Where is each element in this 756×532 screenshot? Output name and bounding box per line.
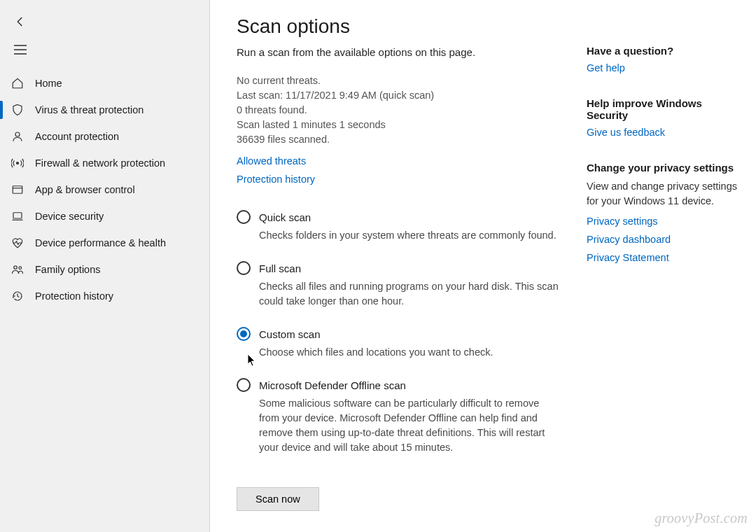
radio-desc: Checks folders in your system where thre… (259, 228, 560, 243)
history-icon (10, 288, 25, 304)
aside-question: Have a question? Get help (587, 45, 741, 74)
sidebar: Home Virus & threat protection Account p… (0, 0, 210, 532)
nav-label: Virus & threat protection (35, 104, 144, 115)
nav-item-home[interactable]: Home (0, 70, 209, 97)
aside-improve: Help improve Windows Security Give us fe… (587, 97, 741, 138)
nav-item-protection-history[interactable]: Protection history (0, 283, 209, 309)
heart-pulse-icon (10, 235, 25, 251)
nav-item-firewall[interactable]: Firewall & network protection (0, 150, 209, 176)
nav-label: Home (35, 78, 62, 89)
scan-now-button[interactable]: Scan now (237, 487, 319, 511)
nav-item-account[interactable]: Account protection (0, 123, 209, 150)
radio-offline-scan[interactable]: Microsoft Defender Offline scan (237, 378, 573, 392)
radio-label: Microsoft Defender Offline scan (259, 379, 406, 391)
radio-icon (237, 210, 251, 224)
person-icon (10, 129, 25, 144)
option-quick-scan: Quick scan Checks folders in your system… (237, 210, 573, 243)
svg-point-3 (15, 132, 20, 136)
radio-icon (237, 261, 251, 275)
antenna-icon (10, 155, 25, 171)
page-subtitle: Run a scan from the available options on… (237, 46, 573, 58)
scan-status: No current threats. Last scan: 11/17/202… (237, 74, 573, 147)
back-button[interactable] (6, 10, 35, 34)
status-threats-found: 0 threats found. (237, 103, 573, 118)
nav-item-device-performance[interactable]: Device performance & health (0, 230, 209, 256)
aside-column: Have a question? Get help Help improve W… (587, 15, 741, 532)
link-allowed-threats[interactable]: Allowed threats (237, 155, 573, 167)
sidebar-top (0, 6, 209, 69)
shield-icon (10, 102, 25, 118)
page-title: Scan options (237, 15, 573, 38)
laptop-icon (10, 209, 25, 224)
watermark: groovyPost.com (654, 510, 748, 526)
radio-label: Quick scan (259, 211, 311, 223)
option-offline-scan: Microsoft Defender Offline scan Some mal… (237, 378, 573, 455)
radio-icon (237, 378, 251, 392)
link-get-help[interactable]: Get help (587, 62, 741, 74)
nav-item-device-security[interactable]: Device security (0, 203, 209, 230)
radio-desc: Choose which files and locations you wan… (259, 345, 560, 360)
radio-quick-scan[interactable]: Quick scan (237, 210, 573, 224)
aside-privacy: Change your privacy settings View and ch… (587, 162, 741, 263)
svg-point-10 (19, 267, 22, 270)
aside-heading: Have a question? (587, 45, 741, 57)
link-protection-history[interactable]: Protection history (237, 174, 573, 185)
radio-icon (237, 327, 251, 341)
hamburger-icon (14, 45, 27, 55)
aside-heading: Change your privacy settings (587, 162, 741, 174)
nav-label: Family options (35, 264, 100, 275)
option-custom-scan: Custom scan Choose which files and locat… (237, 327, 573, 360)
radio-custom-scan[interactable]: Custom scan (237, 327, 573, 341)
hamburger-button[interactable] (6, 38, 35, 62)
link-give-feedback[interactable]: Give us feedback (587, 127, 741, 138)
app-window-icon (10, 182, 25, 197)
radio-full-scan[interactable]: Full scan (237, 261, 573, 275)
nav-label: Device performance & health (35, 237, 166, 248)
nav-item-virus-threat[interactable]: Virus & threat protection (0, 97, 209, 123)
scan-options-group: Quick scan Checks folders in your system… (237, 210, 573, 455)
nav-label: Firewall & network protection (35, 158, 165, 169)
status-files-scanned: 36639 files scanned. (237, 132, 573, 147)
content-column: Scan options Run a scan from the availab… (237, 15, 587, 532)
status-no-threats: No current threats. (237, 74, 573, 88)
svg-point-9 (14, 266, 18, 270)
radio-label: Full scan (259, 262, 301, 274)
svg-rect-5 (13, 186, 22, 194)
radio-desc: Checks all files and running programs on… (259, 279, 560, 309)
nav-item-family[interactable]: Family options (0, 256, 209, 283)
nav-label: Account protection (35, 131, 119, 142)
main: Scan options Run a scan from the availab… (210, 0, 756, 532)
radio-label: Custom scan (259, 328, 321, 340)
svg-rect-7 (13, 213, 22, 218)
link-privacy-settings[interactable]: Privacy settings (587, 216, 741, 227)
home-icon (10, 76, 25, 91)
radio-desc: Some malicious software can be particula… (259, 396, 560, 455)
link-privacy-dashboard[interactable]: Privacy dashboard (587, 234, 741, 245)
aside-heading: Help improve Windows Security (587, 97, 741, 121)
nav-label: App & browser control (35, 184, 135, 195)
aside-privacy-text: View and change privacy settings for you… (587, 179, 741, 209)
link-privacy-statement[interactable]: Privacy Statement (587, 252, 741, 263)
status-duration: Scan lasted 1 minutes 1 seconds (237, 118, 573, 132)
nav-label: Protection history (35, 290, 113, 302)
status-last-scan: Last scan: 11/17/2021 9:49 AM (quick sca… (237, 88, 573, 103)
family-icon (10, 262, 25, 277)
option-full-scan: Full scan Checks all files and running p… (237, 261, 573, 309)
nav-list: Home Virus & threat protection Account p… (0, 70, 209, 309)
nav-item-app-browser[interactable]: App & browser control (0, 176, 209, 203)
back-arrow-icon (14, 15, 27, 28)
svg-point-4 (17, 162, 19, 164)
nav-label: Device security (35, 211, 104, 222)
